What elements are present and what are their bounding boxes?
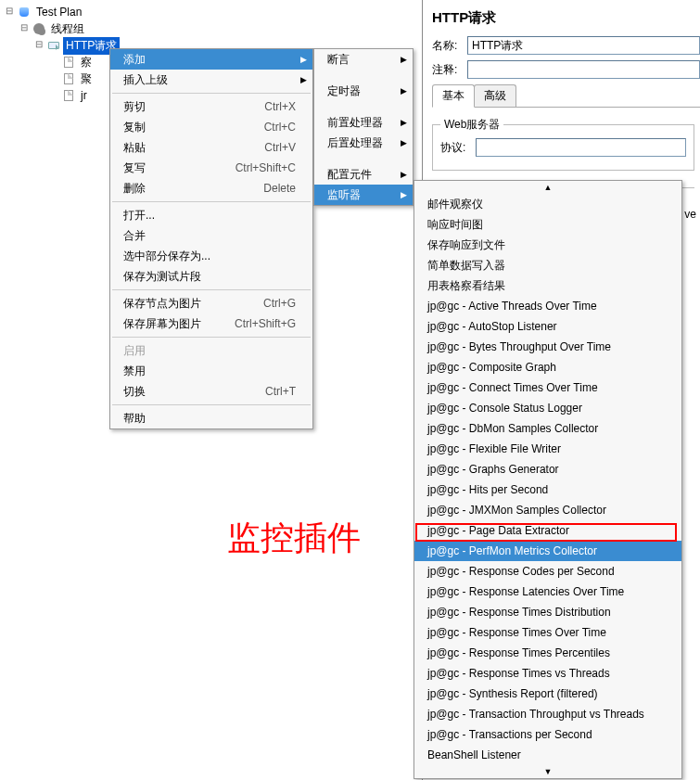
tree-row-thread-group[interactable]: ⊟ 线程组 xyxy=(4,20,417,37)
menu-scroll-down[interactable]: ▼ xyxy=(414,765,681,778)
submenu-add: 断言▶ 定时器▶ 前置处理器▶ 后置处理器▶ 配置元件▶ 监听器▶ xyxy=(313,48,414,206)
tree-label: 察 xyxy=(78,54,95,71)
name-input[interactable] xyxy=(467,36,700,55)
submenu-arrow-icon: ▶ xyxy=(401,138,407,147)
submenu-arrow-icon: ▶ xyxy=(300,55,307,64)
beaker-icon xyxy=(17,5,32,19)
menu-item-listener[interactable]: 响应时间图 xyxy=(414,214,681,235)
menu-item-copy[interactable]: 复制Ctrl+C xyxy=(110,117,312,137)
menu-item-paste[interactable]: 粘贴Ctrl+V xyxy=(110,137,312,158)
menu-item-disable[interactable]: 禁用 xyxy=(110,361,312,381)
menu-item-help[interactable]: 帮助 xyxy=(110,408,312,428)
submenu-arrow-icon: ▶ xyxy=(300,75,307,84)
tree-row-root[interactable]: ⊟ Test Plan xyxy=(4,4,417,20)
menu-item-listener[interactable]: jp@gc - JMXMon Samples Collector xyxy=(414,500,681,520)
comment-label: 注释: xyxy=(432,62,467,78)
menu-item-listener[interactable]: jp@gc - Response Times Distribution xyxy=(414,602,681,622)
menu-item-listener[interactable]: jp@gc - Composite Graph xyxy=(414,357,681,377)
menu-item-listener[interactable]: jp@gc - Response Times Percentiles xyxy=(414,643,681,663)
panel-title: HTTP请求 xyxy=(432,9,700,27)
tree-label: 线程组 xyxy=(48,20,87,38)
menu-item-listener[interactable]: jp@gc - Graphs Generator xyxy=(414,459,681,480)
menu-item-delete[interactable]: 删除Delete xyxy=(110,178,312,198)
menu-item-listener[interactable]: jp@gc - Flexible File Writer xyxy=(414,439,681,459)
menu-separator xyxy=(112,201,311,202)
menu-item-listener[interactable]: 邮件观察仪 xyxy=(414,194,681,214)
menu-item-listener[interactable]: jp@gc - Transactions per Second xyxy=(414,724,681,745)
menu-item-listener[interactable]: 用表格察看结果 xyxy=(414,275,681,296)
menu-item-listener[interactable]: jp@gc - AutoStop Listener xyxy=(414,316,681,337)
menu-item-duplicate[interactable]: 复写Ctrl+Shift+C xyxy=(110,158,312,178)
menu-item-listener[interactable]: jp@gc - DbMon Samples Collector xyxy=(414,418,681,439)
web-server-fieldset: Web服务器 协议: xyxy=(432,117,694,171)
collapse-icon[interactable]: ⊟ xyxy=(19,23,30,34)
comment-input[interactable] xyxy=(467,60,700,79)
menu-gap xyxy=(314,153,413,164)
menu-item-toggle[interactable]: 切换Ctrl+T xyxy=(110,381,312,402)
menu-item-listener[interactable]: jp@gc - Transaction Throughput vs Thread… xyxy=(414,704,681,724)
submenu-listeners: ▲ 邮件观察仪响应时间图保存响应到文件简单数据写入器用表格察看结果jp@gc -… xyxy=(414,180,682,779)
menu-item-merge[interactable]: 合并 xyxy=(110,225,312,246)
menu-separator xyxy=(112,404,311,405)
menu-item-listener[interactable]: jp@gc - Connect Times Over Time xyxy=(414,377,681,398)
menu-item-listener[interactable]: jp@gc - Response Latencies Over Time xyxy=(414,582,681,602)
menu-item-config-elements[interactable]: 配置元件▶ xyxy=(314,164,413,185)
truncated-text: ve xyxy=(684,208,696,221)
collapse-icon[interactable]: ⊟ xyxy=(4,6,15,18)
protocol-label: 协议: xyxy=(440,140,476,156)
tree-label: jr xyxy=(78,88,90,103)
menu-item-listener[interactable]: jp@gc - Active Threads Over Time xyxy=(414,296,681,316)
menu-item-listener[interactable]: 简单数据写入器 xyxy=(414,255,681,275)
menu-item-listener[interactable]: jp@gc - Response Times Over Time xyxy=(414,622,681,643)
panel-tabs: 基本 高级 xyxy=(432,84,700,108)
protocol-input[interactable] xyxy=(476,138,686,157)
http-request-icon xyxy=(46,38,61,53)
menu-item-add[interactable]: 添加▶ xyxy=(110,49,312,70)
tab-advanced[interactable]: 高级 xyxy=(474,84,516,107)
annotation-label: 监控插件 xyxy=(227,516,361,561)
menu-item-enable: 启用 xyxy=(110,340,312,361)
menu-separator xyxy=(112,93,311,94)
menu-item-listener[interactable]: BeanShell Listener xyxy=(414,745,681,765)
menu-item-save-screen-img[interactable]: 保存屏幕为图片Ctrl+Shift+G xyxy=(110,313,312,334)
menu-item-listeners[interactable]: 监听器▶ xyxy=(314,185,413,205)
submenu-arrow-icon: ▶ xyxy=(401,86,407,96)
menu-item-listener[interactable]: jp@gc - PerfMon Metrics Collector xyxy=(414,541,681,561)
menu-item-assertions[interactable]: 断言▶ xyxy=(314,49,413,70)
menu-item-listener[interactable]: jp@gc - Hits per Second xyxy=(414,480,681,500)
tree-label: 聚 xyxy=(78,70,95,88)
menu-scroll-up[interactable]: ▲ xyxy=(414,181,681,194)
menu-item-listener[interactable]: jp@gc - Console Status Logger xyxy=(414,398,681,418)
menu-item-timers[interactable]: 定时器▶ xyxy=(314,81,413,101)
menu-item-listener[interactable]: jp@gc - Response Codes per Second xyxy=(414,561,681,582)
submenu-arrow-icon: ▶ xyxy=(401,118,407,127)
menu-separator xyxy=(112,337,311,338)
menu-separator xyxy=(112,289,311,290)
name-label: 名称: xyxy=(432,38,467,54)
menu-item-insert-parent[interactable]: 插入上级▶ xyxy=(110,70,312,90)
menu-item-save-node-img[interactable]: 保存节点为图片Ctrl+G xyxy=(110,293,312,313)
menu-item-save-test-fragment[interactable]: 保存为测试片段 xyxy=(110,266,312,287)
document-icon xyxy=(61,88,76,103)
collapse-icon[interactable]: ⊟ xyxy=(33,40,45,51)
menu-item-cut[interactable]: 剪切Ctrl+X xyxy=(110,96,312,117)
document-icon xyxy=(61,55,76,70)
menu-item-save-partial-as[interactable]: 选中部分保存为... xyxy=(110,246,312,266)
context-menu-main: 添加▶ 插入上级▶ 剪切Ctrl+X 复制Ctrl+C 粘贴Ctrl+V 复写C… xyxy=(109,48,313,429)
menu-gap xyxy=(314,101,413,112)
menu-item-post-processors[interactable]: 后置处理器▶ xyxy=(314,133,413,153)
menu-item-listener[interactable]: 保存响应到文件 xyxy=(414,235,681,255)
menu-item-pre-processors[interactable]: 前置处理器▶ xyxy=(314,112,413,133)
web-server-legend: Web服务器 xyxy=(440,117,503,133)
menu-item-open[interactable]: 打开... xyxy=(110,205,312,225)
menu-gap xyxy=(314,70,413,81)
menu-item-listener[interactable]: jp@gc - Bytes Throughput Over Time xyxy=(414,337,681,357)
tree-label: Test Plan xyxy=(33,5,84,19)
submenu-arrow-icon: ▶ xyxy=(401,170,407,179)
menu-item-listener[interactable]: jp@gc - Synthesis Report (filtered) xyxy=(414,684,681,704)
menu-item-listener[interactable]: jp@gc - Response Times vs Threads xyxy=(414,663,681,684)
gears-icon xyxy=(32,21,46,36)
submenu-arrow-icon: ▶ xyxy=(401,190,407,199)
annotation-highlight-box xyxy=(415,523,677,542)
tab-basic[interactable]: 基本 xyxy=(432,84,475,108)
